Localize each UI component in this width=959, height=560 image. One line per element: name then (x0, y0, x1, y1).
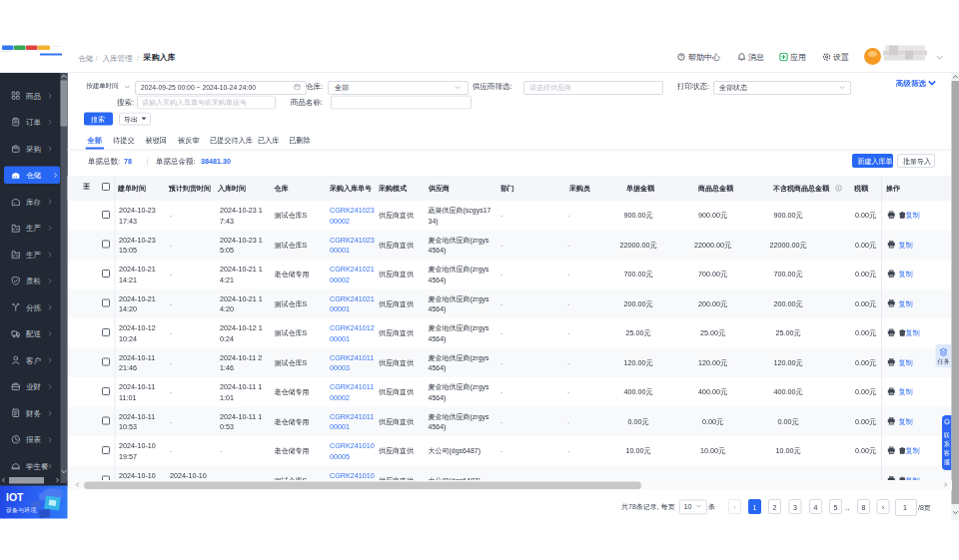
svg-text:?: ? (680, 55, 683, 60)
